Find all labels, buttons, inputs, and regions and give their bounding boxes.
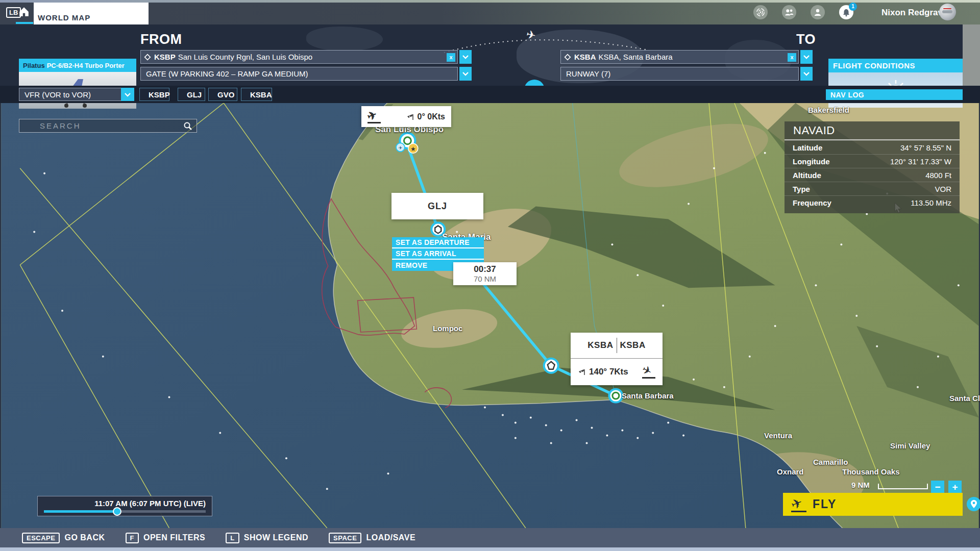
hint-go-back[interactable]: ESCAPE GO BACK <box>22 533 105 543</box>
glj-waypoint-card[interactable]: GLJ <box>391 193 483 219</box>
navaid-row-longitude: Longitude 120° 31' 17.33" W <box>785 154 960 168</box>
map-label-camarillo: Camarillo <box>813 458 848 466</box>
ksba-card-title-left: KSBA <box>587 340 613 350</box>
radar-icon <box>756 8 765 17</box>
home-active-underline <box>16 22 33 24</box>
friends-button[interactable] <box>782 5 796 19</box>
time-slider-knob[interactable] <box>113 507 121 516</box>
bell-icon <box>842 8 850 17</box>
from-clear-button[interactable]: x <box>447 53 455 62</box>
windsock-icon <box>406 113 414 121</box>
route-waypoint-gvo[interactable]: GVO <box>208 88 237 101</box>
navaid-label: Latitude <box>793 143 822 152</box>
airport-diamond-icon <box>144 54 151 61</box>
navaid-panel: NAVAID Latitude 34° 57' 8.55" N Longitud… <box>785 121 960 213</box>
flight-setup-strip: ✈ Pilatus PC-6/B2-H4 Turbo Porter <box>0 24 980 86</box>
hint-show-legend[interactable]: L SHOW LEGEND <box>226 533 308 543</box>
nav-log-button[interactable]: NAV LOG <box>826 89 963 100</box>
from-airport-field[interactable]: KSBP San Luis County Rgnl, San Luis Obis… <box>140 50 458 64</box>
fly-button[interactable]: ✈ FLY <box>783 493 963 516</box>
avatar[interactable] <box>939 4 956 20</box>
map-label-santa-barbara: Santa Barbara <box>622 391 674 400</box>
chevron-down-icon <box>462 71 469 76</box>
navaid-value: 34° 57' 8.55" N <box>900 143 951 152</box>
map-label-santa-clarita: Santa Cla <box>949 394 980 403</box>
location-pin-button[interactable] <box>967 497 980 511</box>
to-spawn-dropdown-button[interactable] <box>800 67 813 81</box>
waypoint-chip-label: KSBA <box>250 90 272 99</box>
navaid-value: 113.50 MHz <box>911 198 951 207</box>
navaid-row-altitude: Altitude 4800 Ft <box>785 168 960 182</box>
map-label-ventura: Ventura <box>764 431 792 440</box>
from-spawn-field[interactable]: GATE (W PARKING 402 – RAMP GA MEDIUM) <box>140 67 458 81</box>
username[interactable]: Nixon Redgrave <box>881 8 947 18</box>
hint-open-filters[interactable]: F OPEN FILTERS <box>126 533 206 543</box>
waypoint-marker-ksba <box>609 389 622 403</box>
bottom-edge-strip <box>0 547 980 551</box>
to-clear-button[interactable]: x <box>788 53 796 62</box>
waypoint-chip-label: GVO <box>217 90 234 99</box>
time-slider-track[interactable] <box>44 510 206 513</box>
aircraft-model: PC-6/B2-H4 Turbo Porter <box>47 62 125 69</box>
to-airport-name: KSBA, Santa Barbara <box>599 53 673 61</box>
search-input[interactable] <box>19 121 183 130</box>
chevron-down-icon <box>462 55 469 59</box>
map-label-bakersfield: Bakersfield <box>808 106 849 114</box>
map-scale-label: 9 NM <box>851 481 870 489</box>
navaid-label: Frequency <box>793 198 831 207</box>
map-canvas[interactable]: ✈ ★ Bakersfie <box>0 103 980 528</box>
to-spawn-field[interactable]: RUNWAY (7) <box>560 67 799 81</box>
weather-radar-button[interactable] <box>753 5 768 19</box>
flight-type-value: VFR (VOR to VOR) <box>24 90 91 99</box>
departure-info-card: ✈ 0° 0Kts <box>361 106 451 127</box>
to-title: TO <box>796 32 816 47</box>
navaid-value: 4800 Ft <box>925 171 951 180</box>
key-hint-bar: ESCAPE GO BACK F OPEN FILTERS L SHOW LEG… <box>0 528 980 547</box>
from-spawn-dropdown-button[interactable] <box>459 67 472 81</box>
profile-button[interactable] <box>811 5 825 19</box>
group-icon <box>784 8 794 16</box>
leg-time: 00:37 <box>474 264 496 274</box>
leg-info-card: 00:37 70 NM <box>453 262 517 285</box>
from-airport-dropdown-button[interactable] <box>459 50 472 64</box>
chevron-down-icon <box>803 71 810 76</box>
glj-waypoint-label: GLJ <box>428 201 447 212</box>
to-spawn-value: RUNWAY (7) <box>564 69 610 78</box>
hint-label: SHOW LEGEND <box>244 533 308 542</box>
departure-wind-value: 0° 0Kts <box>418 112 445 121</box>
time-slider-panel: 11:07 AM (6:07 PM UTC) (LIVE) <box>37 496 212 516</box>
navaid-label: Longitude <box>793 157 829 166</box>
navaid-label: Altitude <box>793 171 821 180</box>
fly-button-label: FLY <box>813 497 837 511</box>
route-waypoint-ksba[interactable]: KSBA <box>241 88 272 101</box>
flight-type-dropdown[interactable]: VFR (VOR to VOR) <box>19 88 134 101</box>
from-airport-code: KSBP <box>154 53 176 61</box>
route-waypoint-glj[interactable]: GLJ <box>178 88 205 101</box>
home-button[interactable] <box>18 6 31 18</box>
notifications-button[interactable]: 1 <box>839 5 853 19</box>
zoom-out-button[interactable]: − <box>931 481 944 494</box>
tab-world-map[interactable]: WORLD MAP <box>34 2 149 24</box>
chevron-down-icon <box>121 88 134 101</box>
waypoint-chip-label: KSBP <box>149 90 170 99</box>
to-airport-field[interactable]: KSBA KSBA, Santa Barbara x <box>560 50 799 64</box>
route-waypoint-ksbp[interactable]: KSBP <box>139 88 169 101</box>
world-map-screen: ✈ ★ Bakersfie <box>0 0 980 551</box>
notification-count-badge: 1 <box>849 3 857 11</box>
time-slider-label: 11:07 AM (6:07 PM UTC) (LIVE) <box>94 499 206 508</box>
map-label-oxnard: Oxnard <box>777 467 804 476</box>
navaid-row-frequency: Frequency 113.50 MHz <box>785 195 960 209</box>
navaid-label: Type <box>793 185 810 193</box>
zoom-in-button[interactable]: + <box>948 481 962 494</box>
to-airport-dropdown-button[interactable] <box>800 50 813 64</box>
top-edge-strip <box>0 0 980 3</box>
from-airport-name: San Luis County Rgnl, San Luis Obispo <box>178 53 313 61</box>
navaid-value: VOR <box>935 185 951 193</box>
menu-item-set-as-arrival[interactable]: SET AS ARRIVAL <box>392 248 484 260</box>
takeoff-plane-icon: ✈ <box>791 497 806 512</box>
menu-item-set-as-departure[interactable]: SET AS DEPARTURE <box>392 237 484 248</box>
map-label-lompoc: Lompoc <box>433 324 462 333</box>
hint-load-save[interactable]: SPACE LOAD/SAVE <box>329 533 415 543</box>
arrival-wind-value: 140° 7Kts <box>589 367 628 377</box>
ksba-arrival-card[interactable]: KSBA KSBA 140° 7Kts ✈ <box>571 333 663 385</box>
